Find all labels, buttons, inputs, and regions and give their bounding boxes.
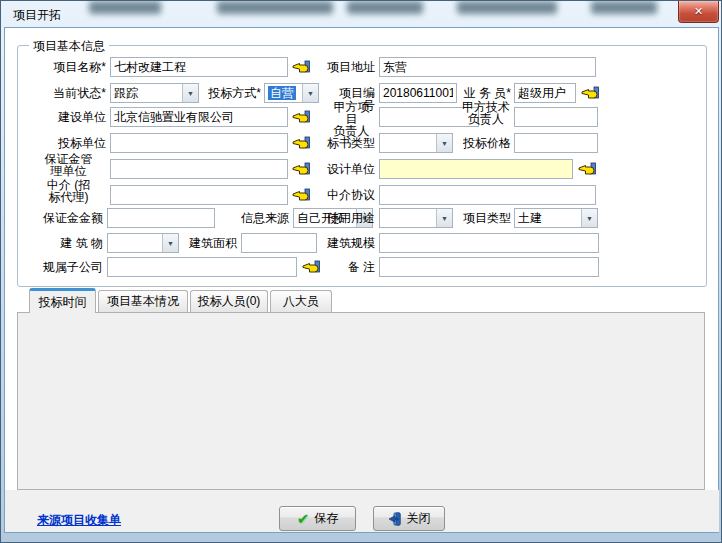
close-window-button[interactable]: ✕ <box>678 1 719 23</box>
deposit-unit-input[interactable] <box>110 159 288 179</box>
build-area-input[interactable] <box>241 233 317 253</box>
bid-doc-type-combo[interactable]: ▼ <box>379 133 453 153</box>
partya-tech-label: 甲方技术 负责人 <box>461 101 511 125</box>
bid-unit-input[interactable] <box>110 133 288 153</box>
lookup-hand-icon[interactable] <box>292 135 310 150</box>
tab-bid-personnel[interactable]: 投标人员(0) <box>190 290 268 312</box>
lookup-hand-icon[interactable] <box>292 59 310 74</box>
window-title: 项目开拓 <box>13 7 61 24</box>
close-icon: ✕ <box>694 5 703 17</box>
lookup-hand-icon[interactable] <box>292 187 310 202</box>
check-icon: ✔ <box>297 511 310 526</box>
lookup-hand-icon[interactable] <box>581 85 599 100</box>
close-button[interactable]: 关闭 <box>373 506 445 531</box>
building-combo[interactable]: ▼ <box>107 233 179 253</box>
glass-blur-decoration <box>347 1 423 14</box>
bid-unit-label: 投标单位 <box>31 137 106 149</box>
bid-price-label: 投标价格 <box>459 137 511 149</box>
glass-blur-decoration <box>89 1 161 14</box>
project-type-label: 项目类型 <box>459 212 511 224</box>
tab-project-basics[interactable]: 项目基本情况 <box>98 290 188 312</box>
bid-doc-type-label: 标书类型 <box>327 137 375 149</box>
agency-label: 中介 (招 标代理) <box>31 179 106 203</box>
design-unit-label: 设计单位 <box>327 163 375 175</box>
tab-eight-members[interactable]: 八大员 <box>270 290 332 312</box>
bid-mode-combo[interactable]: 自营 ▼ <box>264 83 319 103</box>
current-status-combo[interactable]: 跟踪 ▼ <box>110 83 199 103</box>
remark-label: 备 注 <box>337 261 375 273</box>
dropdown-arrow-icon: ▼ <box>162 234 178 252</box>
deposit-amount-input[interactable] <box>107 208 215 228</box>
close-button-label: 关闭 <box>407 510 431 527</box>
build-unit-input[interactable] <box>110 107 288 127</box>
save-button[interactable]: ✔ 保存 <box>279 506 356 531</box>
partya-pm-label: 甲方项目 负责人 <box>328 101 375 137</box>
partya-tech-input[interactable] <box>514 107 598 127</box>
deposit-unit-label: 保证金管 理单位 <box>31 153 106 177</box>
build-unit-label: 建设单位 <box>31 111 106 123</box>
design-unit-input[interactable] <box>379 159 573 179</box>
lookup-hand-icon[interactable] <box>578 161 596 176</box>
dropdown-arrow-icon: ▼ <box>581 209 597 227</box>
glass-blur-decoration <box>217 1 333 14</box>
agency-agreement-input[interactable] <box>379 185 596 205</box>
build-area-label: 建筑面积 <box>187 237 237 249</box>
info-source-label: 信息来源 <box>237 212 289 224</box>
lookup-hand-icon[interactable] <box>292 161 310 176</box>
lookup-hand-icon[interactable] <box>302 259 320 274</box>
bid-mode-label: 投标方式* <box>201 87 261 99</box>
dropdown-arrow-icon: ▼ <box>436 209 452 227</box>
build-scale-input[interactable] <box>379 233 599 253</box>
project-addr-input[interactable] <box>379 57 596 77</box>
lookup-hand-icon[interactable] <box>292 109 310 124</box>
build-scale-label: 建筑规模 <box>327 237 375 249</box>
agency-agreement-label: 中介协议 <box>327 189 375 201</box>
tab-panel <box>17 312 705 490</box>
project-no-input[interactable] <box>379 83 457 103</box>
dialog-window: 项目开拓 ✕ 项目基本信息 项目名称* 项目地址 当前状态* 跟踪 ▼ 投标方式… <box>0 0 722 543</box>
current-status-label: 当前状态* <box>31 87 106 99</box>
dropdown-arrow-icon: ▼ <box>436 134 452 152</box>
project-addr-label: 项目地址 <box>313 61 375 73</box>
tab-bid-time[interactable]: 投标时间 <box>29 288 96 313</box>
usage-combo[interactable]: ▼ <box>379 208 453 228</box>
deposit-amount-label: 保证金金额 <box>29 212 103 224</box>
salesman-label: 业 务 员* <box>459 87 511 99</box>
dropdown-arrow-icon: ▼ <box>182 84 198 102</box>
project-name-input[interactable] <box>110 57 288 77</box>
project-type-combo[interactable]: 土建 ▼ <box>514 208 598 228</box>
remark-input[interactable] <box>379 257 599 277</box>
save-button-label: 保存 <box>314 510 338 527</box>
project-name-label: 项目名称* <box>31 61 106 73</box>
dropdown-arrow-icon: ▼ <box>302 84 318 102</box>
exit-door-icon <box>388 512 402 526</box>
glass-blur-decoration <box>591 1 657 14</box>
subsidiary-input[interactable] <box>107 257 297 277</box>
building-label: 建 筑 物 <box>31 237 103 249</box>
source-project-link[interactable]: 来源项目收集单 <box>37 512 121 529</box>
bid-price-input[interactable] <box>514 133 598 153</box>
agency-input[interactable] <box>110 185 288 205</box>
glass-blur-decoration <box>457 1 557 14</box>
usage-label: 使用用途 <box>327 212 375 224</box>
groupbox-title: 项目基本信息 <box>29 38 109 55</box>
salesman-input[interactable] <box>514 83 576 103</box>
subsidiary-label: 规属子公司 <box>31 261 103 273</box>
